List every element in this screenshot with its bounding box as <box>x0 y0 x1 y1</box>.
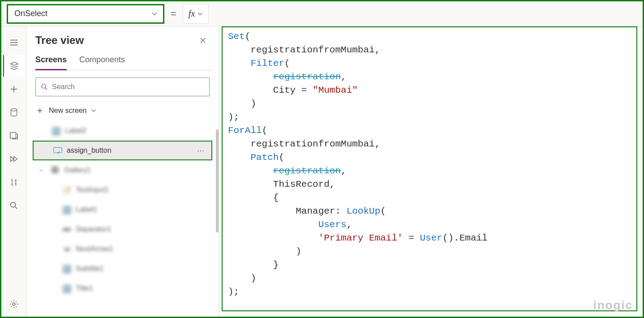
equals-label: = <box>169 8 178 20</box>
svg-point-3 <box>13 303 15 305</box>
scrollbar[interactable] <box>216 129 219 232</box>
label-icon: 🔤 <box>62 264 71 273</box>
tree-item-label2[interactable]: 🔤 Label2 <box>32 121 213 141</box>
tree-item-label: TextInput1 <box>76 186 109 194</box>
property-selector-value: OnSelect <box>14 9 47 18</box>
close-panel-button[interactable] <box>196 34 210 47</box>
tree-item-textinput1[interactable]: 📝 TextInput1 <box>32 180 213 200</box>
tree-item-gallery1[interactable]: 🖼 Gallery1 <box>32 160 213 180</box>
tree-item-label: assign_button <box>67 146 112 155</box>
tree-item-label: Label2 <box>65 127 86 135</box>
formula-editor-panel: Set( registrationfromMumbai, Filter( reg… <box>219 26 643 317</box>
label-icon: 🔤 <box>62 284 71 293</box>
chevron-down-icon <box>91 108 96 113</box>
svg-point-4 <box>42 84 46 88</box>
tree-tabs: Screens Components <box>32 52 213 70</box>
new-screen-button[interactable]: ＋ New screen <box>32 101 213 121</box>
media-icon[interactable] <box>3 125 25 146</box>
separator-icon: ➖ <box>62 225 71 234</box>
tree-view-icon[interactable] <box>3 55 25 77</box>
new-screen-label: New screen <box>49 107 86 115</box>
svg-point-0 <box>11 109 17 111</box>
tab-screens[interactable]: Screens <box>35 52 67 70</box>
tree-item-title1[interactable]: 🔤 Title1 <box>32 279 213 298</box>
chevron-down-icon <box>197 11 203 17</box>
main-area: Tree view Screens Components ＋ New scree… <box>1 26 643 317</box>
tree-items-list: 🔤 Label2 assign_button ⋯ 🖼 Gallery1 📝 Te… <box>32 121 213 317</box>
search-icon <box>40 83 48 91</box>
formula-bar-row: OnSelect = fx <box>1 1 643 26</box>
tree-view-title: Tree view <box>35 34 84 47</box>
formula-editor[interactable]: Set( registrationfromMumbai, Filter( reg… <box>222 26 637 311</box>
gallery-icon: 🖼 <box>51 166 60 175</box>
chevron-down-icon <box>39 168 43 172</box>
tree-item-label: NextArrow1 <box>76 245 113 253</box>
tree-item-subtitle1[interactable]: 🔤 Subtitle1 <box>32 259 213 279</box>
tree-item-separator1[interactable]: ➖ Separator1 <box>32 219 213 239</box>
svg-rect-1 <box>10 133 16 138</box>
watermark-label: inogic <box>593 298 633 312</box>
button-icon <box>53 146 62 155</box>
settings-gear-icon[interactable] <box>3 293 25 315</box>
tree-item-label: Label1 <box>76 206 97 214</box>
tree-item-label: Title1 <box>76 284 93 292</box>
fx-indicator[interactable]: fx <box>183 4 209 24</box>
arrow-icon: ➡ <box>62 245 71 254</box>
left-rail <box>1 26 26 317</box>
tree-item-label: Subtitle1 <box>76 265 103 273</box>
tree-item-more-button[interactable]: ⋯ <box>197 146 205 155</box>
chevron-down-icon <box>151 11 158 17</box>
hamburger-icon[interactable] <box>3 32 25 53</box>
search-icon[interactable] <box>3 195 25 216</box>
tools-icon[interactable] <box>3 172 25 193</box>
tree-view-panel: Tree view Screens Components ＋ New scree… <box>26 26 219 317</box>
textinput-icon: 📝 <box>62 185 71 194</box>
label-icon: 🔤 <box>62 205 71 214</box>
svg-point-2 <box>10 202 15 207</box>
tab-components[interactable]: Components <box>79 52 125 70</box>
tree-item-label: Separator1 <box>76 225 111 233</box>
tree-item-assign-button[interactable]: assign_button ⋯ <box>33 141 212 160</box>
data-icon[interactable] <box>3 102 25 123</box>
svg-rect-5 <box>54 147 62 153</box>
tree-item-label: Gallery1 <box>64 166 91 174</box>
tree-search-input[interactable] <box>52 83 205 91</box>
label-icon: 🔤 <box>52 126 60 135</box>
tree-item-label1[interactable]: 🔤 Label1 <box>32 200 213 219</box>
property-selector-dropdown[interactable]: OnSelect <box>7 4 164 24</box>
tree-search-box[interactable] <box>35 77 210 96</box>
fx-label: fx <box>189 9 195 19</box>
tree-item-nextarrow1[interactable]: ➡ NextArrow1 <box>32 239 213 259</box>
flows-icon[interactable] <box>3 148 25 170</box>
insert-icon[interactable] <box>3 78 25 100</box>
plus-icon: ＋ <box>35 104 44 116</box>
